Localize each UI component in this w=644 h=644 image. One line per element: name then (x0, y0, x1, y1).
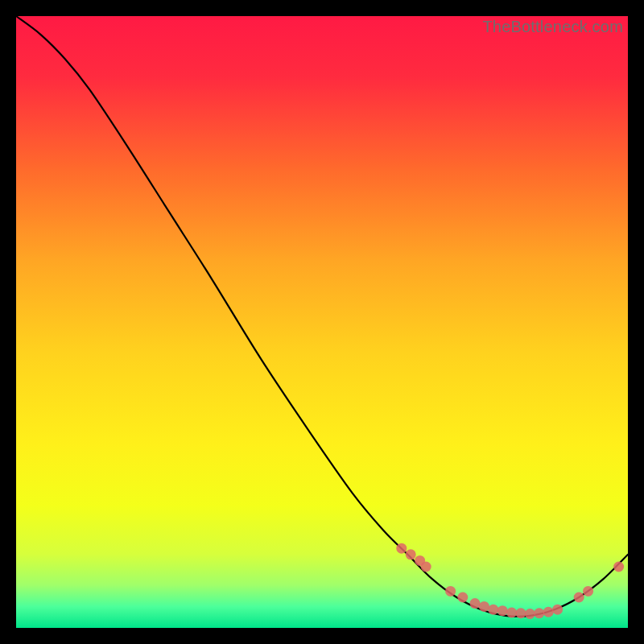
fit-marker (406, 549, 416, 559)
fit-marker (396, 543, 407, 554)
watermark-text: TheBottleneck.com (482, 18, 623, 36)
fit-marker (445, 586, 456, 597)
bottleneck-chart (16, 16, 628, 628)
fit-marker (525, 609, 535, 619)
fit-marker (506, 608, 517, 618)
fit-marker (583, 586, 593, 597)
fit-marker (497, 605, 508, 616)
fit-marker (470, 598, 481, 609)
fit-marker (488, 605, 498, 615)
chart-background (16, 16, 628, 628)
fit-marker (534, 608, 544, 618)
fit-marker (613, 562, 624, 572)
fit-marker (457, 592, 468, 603)
fit-marker (574, 592, 584, 603)
fit-marker (543, 607, 554, 617)
fit-marker (479, 601, 489, 612)
fit-marker (421, 562, 431, 572)
fit-marker (516, 608, 526, 618)
fit-marker (552, 605, 563, 615)
chart-frame: TheBottleneck.com (16, 16, 628, 628)
